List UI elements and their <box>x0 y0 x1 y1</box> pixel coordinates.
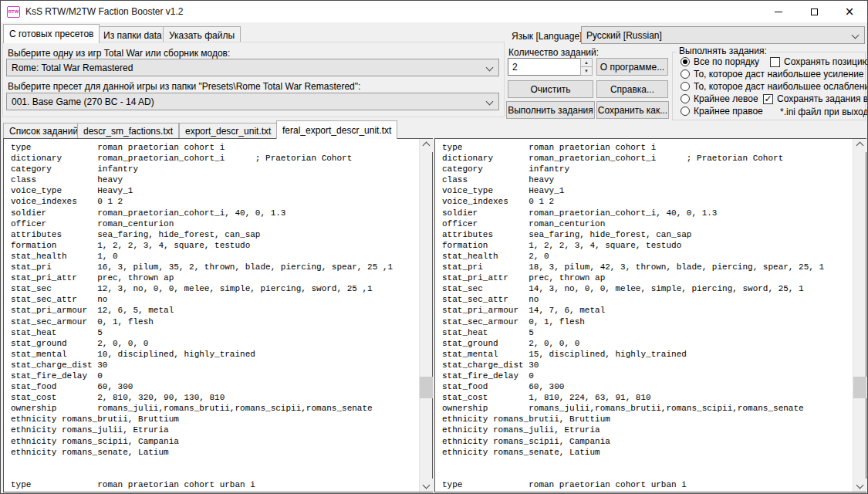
task-count-label: Количество заданий: <box>508 47 599 58</box>
minimize-button[interactable] <box>761 1 796 22</box>
app-window: RTW KsS RTW/M2TW Faction Booster v1.2 × … <box>0 0 868 494</box>
chevron-down-icon <box>852 32 860 39</box>
game-select-value: Rome: Total War Remastered <box>12 63 133 73</box>
up-arrow-icon: ▲ <box>584 60 589 65</box>
left-scrollbar-thumb[interactable] <box>420 377 433 398</box>
radio-strongest-boost[interactable]: То, которое даст наибольшее усиление <box>681 69 864 80</box>
tab-from-presets[interactable]: С готовых пресетов <box>3 24 100 43</box>
task-count-value: 2 <box>512 62 518 73</box>
left-editor-panel: type roman praetorian cohort i dictionar… <box>3 138 433 492</box>
window-title: KsS RTW/M2TW Faction Booster v1.2 <box>25 6 184 17</box>
radio-strongest-weaken[interactable]: То, которое даст наибольшее ослабление <box>681 81 868 92</box>
maximize-icon <box>811 8 818 15</box>
tab-export-descr-unit[interactable]: export_descr_unit.txt <box>179 123 277 138</box>
checkbox-icon <box>770 57 780 67</box>
radio-icon <box>681 82 690 91</box>
checkbox-label: Сохранять задания в <box>777 93 868 104</box>
close-button[interactable]: × <box>832 1 867 22</box>
radio-label: Крайнее левое <box>694 93 758 104</box>
radio-all-in-order[interactable]: Все по порядку <box>681 56 759 67</box>
game-select-combo[interactable]: Rome: Total War Remastered <box>6 59 499 76</box>
radio-icon <box>681 107 690 116</box>
preset-select-combo[interactable]: 001. Base Game (270 BC - 14 AD) <box>6 93 499 110</box>
chevron-down-icon <box>486 64 494 72</box>
checkbox-label-line2: *.ini файл при выходе <box>780 107 868 117</box>
help-button[interactable]: Справка... <box>596 80 668 98</box>
tab-label: Указать файлы <box>169 30 235 41</box>
radio-label: То, которое даст наибольшее ослабление <box>694 81 868 92</box>
scroll-up-icon <box>423 142 431 150</box>
preset-select-value: 001. Base Game (270 BC - 14 AD) <box>12 96 154 107</box>
language-combo[interactable]: Русский [Russian] <box>581 26 865 44</box>
left-editor-scrollbar[interactable] <box>419 139 432 492</box>
task-count-stepper: ▲ ▼ <box>580 58 593 76</box>
tab-specify-files[interactable]: Указать файлы <box>163 26 241 43</box>
tab-feral-export-descr-unit[interactable]: feral_export_descr_unit.txt <box>276 120 397 139</box>
tab-label: feral_export_descr_unit.txt <box>282 125 391 136</box>
scroll-down-icon <box>423 482 431 489</box>
checkbox-checked-icon: ✓ <box>763 94 773 104</box>
checkbox-save-tasks-ini[interactable]: ✓ Сохранять задания в <box>763 93 868 104</box>
radio-leftmost[interactable]: Крайнее левое <box>681 93 758 104</box>
tab-descr-sm-factions[interactable]: descr_sm_factions.txt <box>77 123 179 138</box>
close-icon: × <box>845 6 855 18</box>
radio-icon <box>681 69 690 79</box>
app-icon: RTW <box>7 6 20 18</box>
right-editor-scrollbar[interactable] <box>853 139 866 492</box>
about-button[interactable]: О программе... <box>596 58 668 76</box>
scroll-up-icon <box>856 142 864 150</box>
preset-select-label: Выберите пресет для данной игры из папки… <box>8 81 360 92</box>
radio-label: То, которое даст наибольшее усиление <box>694 69 864 80</box>
game-select-label: Выберите одну из игр Total War или сборн… <box>8 48 230 59</box>
tab-label: Список заданий <box>9 126 78 137</box>
tab-label: Из папки data <box>103 30 162 41</box>
maximize-button[interactable] <box>796 1 832 22</box>
tab-label: С готовых пресетов <box>9 29 93 39</box>
right-editor-text[interactable]: type roman praetorian cohort i dictionar… <box>435 139 853 492</box>
left-editor-text[interactable]: type roman praetorian cohort i dictionar… <box>4 139 419 492</box>
radio-label: Все по порядку <box>694 56 759 67</box>
radio-label: Крайнее правое <box>694 106 763 117</box>
chevron-down-icon <box>486 98 494 106</box>
task-count-input[interactable]: 2 <box>508 58 581 76</box>
run-tasks-button[interactable]: Выполнить задания <box>506 101 595 119</box>
tab-from-data-folder[interactable]: Из папки data <box>97 26 168 43</box>
right-editor-panel: type roman praetorian cohort i dictionar… <box>434 138 866 492</box>
tab-label: export_descr_unit.txt <box>185 126 271 137</box>
stepper-down-button[interactable]: ▼ <box>580 67 593 76</box>
right-scrollbar-thumb[interactable] <box>853 377 866 398</box>
tab-task-list[interactable]: Список заданий <box>3 123 84 138</box>
minimize-icon <box>775 12 782 12</box>
radio-rightmost[interactable]: Крайнее правое <box>681 106 763 117</box>
execution-group-label: Выполнять задания: <box>677 46 769 56</box>
language-value: Русский [Russian] <box>586 30 662 41</box>
radio-icon <box>681 94 690 103</box>
scroll-down-icon <box>856 482 864 489</box>
checkbox-save-window-position[interactable]: Сохранять позицию окна <box>770 56 868 67</box>
tab-label: descr_sm_factions.txt <box>83 126 173 137</box>
titlebar: RTW KsS RTW/M2TW Faction Booster v1.2 × <box>1 1 867 22</box>
checkbox-label: Сохранять позицию окна <box>784 56 868 67</box>
save-as-button[interactable]: Сохранить как... <box>596 101 669 119</box>
down-arrow-icon: ▼ <box>584 69 589 73</box>
radio-icon <box>681 57 690 66</box>
language-label: Язык [Language]: <box>512 31 585 42</box>
clear-button[interactable]: Очистить <box>508 80 593 98</box>
stepper-up-button[interactable]: ▲ <box>580 58 593 67</box>
